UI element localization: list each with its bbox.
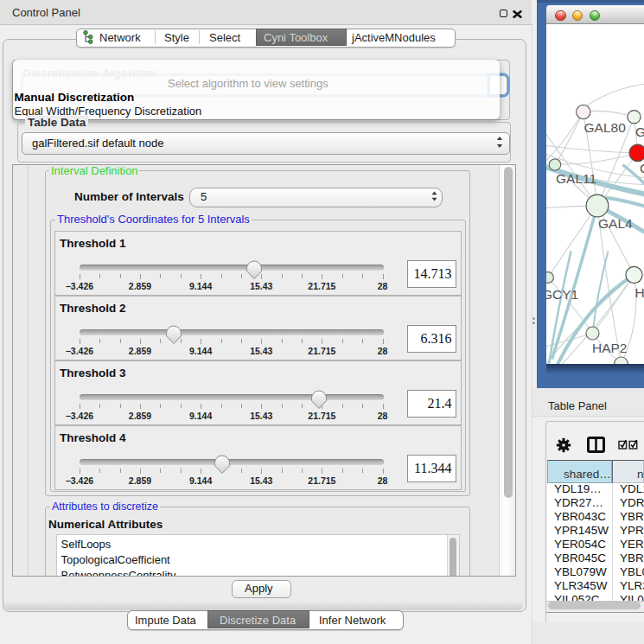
svg-text:H: H (634, 285, 644, 300)
svg-text:C: C (640, 160, 644, 175)
svg-text:HAP2: HAP2 (592, 340, 628, 354)
svg-text:GAL4: GAL4 (598, 215, 633, 230)
svg-text:GAL80: GAL80 (583, 119, 626, 134)
svg-text:GAL11: GAL11 (556, 171, 596, 186)
svg-text:GCY1: GCY1 (546, 287, 578, 302)
svg-text:GA: GA (635, 124, 644, 139)
